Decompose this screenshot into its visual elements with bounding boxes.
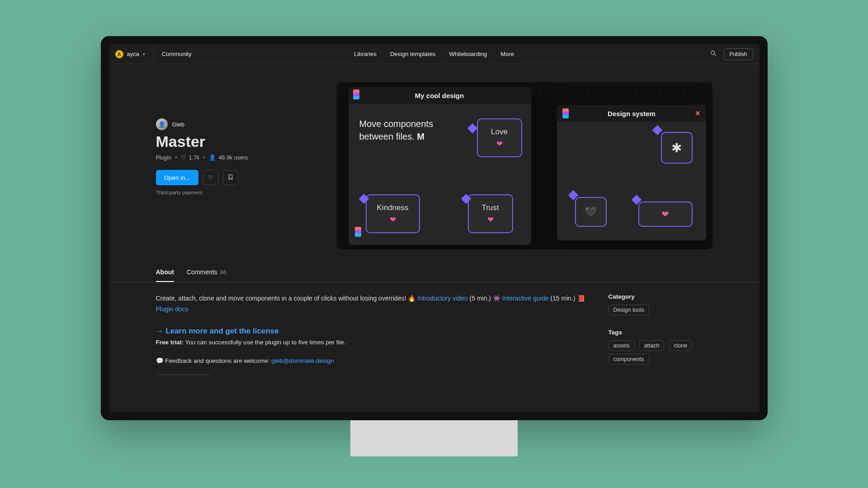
arrow-icon: → [156, 327, 166, 335]
resource-type: Plugin [156, 155, 172, 161]
action-row: Open in... ♡ [156, 170, 319, 185]
diamond-icon [461, 194, 471, 204]
banner-desc-text: Move components between files. M [359, 117, 459, 143]
diamond-icon [631, 195, 642, 205]
svg-point-0 [711, 51, 715, 55]
open-in-button[interactable]: Open in... [156, 170, 199, 185]
separator-dot [174, 155, 178, 161]
nav-community[interactable]: Community [162, 51, 192, 57]
chip-tag[interactable]: components [609, 354, 649, 365]
heart-icon: ♡ [181, 154, 186, 161]
user-avatar-icon: A [115, 50, 123, 58]
link-feedback-email[interactable]: gleb@dominate.design [271, 357, 334, 364]
banner-node-kindness: Kindness❤ [366, 194, 420, 233]
figma-logo-icon [562, 108, 569, 118]
bookmark-icon [227, 174, 234, 182]
figma-logo-icon [353, 89, 359, 99]
banner-window-2-title: Design system [573, 110, 690, 117]
banner-window-1-title: My cool design [364, 92, 515, 99]
payment-notice: Third-party payment [156, 190, 319, 195]
banner-node-star: ✱ [661, 132, 693, 164]
tags-block: Tags assets attach clone components [609, 329, 712, 367]
like-button[interactable]: ♡ [203, 170, 218, 185]
banner-node-heart-pink: ❤ [638, 202, 693, 227]
bookmark-button[interactable] [223, 170, 238, 185]
chip-tag[interactable]: attach [639, 340, 664, 351]
figma-logo-icon [355, 227, 361, 237]
tab-comments[interactable]: Comments 86 [187, 263, 226, 282]
heart-icon: ❤ [661, 209, 669, 220]
nav-right: Publish [710, 48, 753, 60]
banner-window-1: ✕ My cool design Move components between… [349, 87, 531, 245]
chip-tag[interactable]: clone [669, 340, 692, 351]
link-intro-video[interactable]: Introductory video [417, 295, 467, 302]
search-icon[interactable] [710, 50, 717, 58]
diamond-icon [568, 190, 578, 201]
ruler-dots: · · · · · · · · · · · · · · [538, 90, 701, 97]
svg-line-1 [714, 54, 716, 56]
chevron-down-icon: ▾ [143, 52, 145, 56]
monitor-frame: A ayca ▾ Community Libraries Design temp… [101, 36, 768, 420]
diamond-icon [467, 123, 477, 134]
hero-banner: · · · · · · · · · · · · · · ✕ My cool de… [337, 82, 712, 249]
author-avatar-icon: 👤 [156, 118, 168, 130]
banner-node-trust: Trust❤ [468, 194, 513, 233]
tags-heading: Tags [609, 329, 712, 336]
sidebar: Category Design tools Tags assets attach… [609, 293, 712, 378]
banner-window-2: Design system ✕ ✱ 🖤 ❤ [557, 105, 706, 240]
heart-icon: ❤ [496, 139, 503, 149]
users-count: 46.9k users [219, 155, 248, 161]
desc-text: (5 min.) 👾 [470, 295, 502, 302]
separator-dot [202, 155, 206, 161]
link-interactive-guide[interactable]: Interactive guide [502, 295, 549, 302]
user-menu[interactable]: A ayca ▾ [115, 44, 154, 64]
app-window: A ayca ▾ Community Libraries Design temp… [109, 44, 760, 412]
heart-icon: ❤ [487, 215, 494, 225]
page-title: Master [156, 133, 319, 150]
desc-text: Create, attach, clone and move component… [156, 295, 418, 302]
meta-row: Plugin ♡ 1.7k 👤 46.9k users [156, 154, 319, 161]
tabs-row: About Comments 86 [109, 263, 760, 282]
divider [156, 375, 210, 375]
asterisk-icon: ✱ [671, 141, 682, 155]
banner-node-heart-dark: 🖤 [575, 197, 607, 227]
nav-libraries[interactable]: Libraries [354, 51, 377, 57]
nav-design-templates[interactable]: Design templates [390, 51, 435, 57]
free-trial-label: Free trial: [156, 339, 184, 346]
description: Create, attach, clone and move component… [156, 293, 590, 378]
feedback-label: 💬 Feedback and questions are welcome: [156, 357, 272, 364]
free-trial-text: You can successfully use the plugin up t… [185, 339, 346, 346]
publish-button[interactable]: Publish [723, 48, 753, 60]
hero-section: 👤 Gleb Master Plugin ♡ 1.7k 👤 46.9k user… [109, 64, 760, 263]
category-block: Category Design tools [609, 293, 712, 318]
nav-whiteboarding[interactable]: Whiteboarding [449, 51, 487, 57]
tab-about[interactable]: About [156, 263, 174, 282]
topbar: A ayca ▾ Community Libraries Design temp… [109, 44, 760, 64]
heart-icon: ♡ [208, 174, 213, 181]
link-learn-more[interactable]: → Learn more and get the license [156, 325, 590, 338]
user-icon: 👤 [209, 154, 216, 161]
link-plugin-docs[interactable]: Plugin docs [156, 305, 189, 313]
chip-category[interactable]: Design tools [609, 305, 650, 315]
comments-count: 86 [220, 269, 226, 276]
author-name: Gleb [172, 121, 184, 128]
chip-tag[interactable]: assets [609, 340, 635, 351]
content-area: Create, attach, clone and move component… [109, 282, 760, 378]
author-row[interactable]: 👤 Gleb [156, 118, 319, 130]
desc-text: (15 min.) 📕 [550, 295, 585, 302]
diamond-icon [359, 194, 369, 204]
user-name: ayca [127, 51, 139, 57]
likes-count: 1.7k [189, 155, 200, 161]
heart-icon: ❤ [390, 215, 396, 225]
hero-info: 👤 Gleb Master Plugin ♡ 1.7k 👤 46.9k user… [156, 82, 319, 249]
heart-icon: 🖤 [585, 206, 597, 218]
diamond-icon [652, 125, 662, 136]
nav-more[interactable]: More [500, 51, 514, 57]
category-heading: Category [609, 293, 712, 300]
nav-center: Libraries Design templates Whiteboarding… [354, 51, 514, 57]
banner-node-love: Love❤ [477, 118, 522, 157]
monitor-stand [350, 420, 518, 456]
close-icon: ✕ [695, 109, 701, 117]
